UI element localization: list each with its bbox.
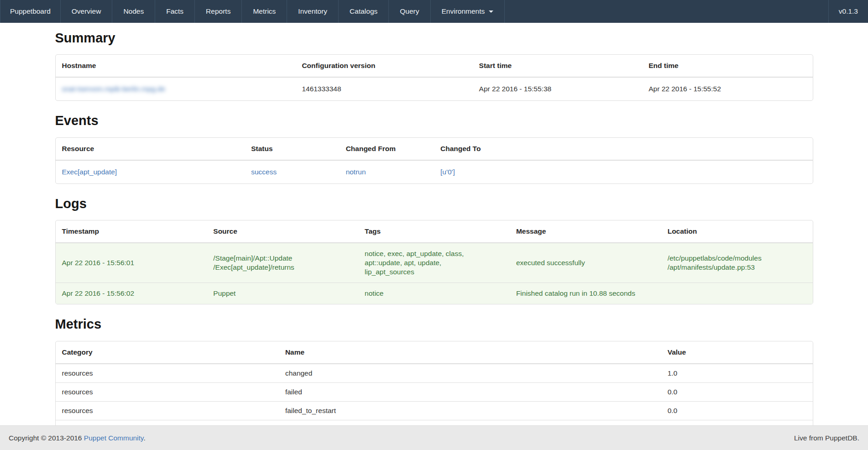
- events-table: Resource Status Changed From Changed To …: [56, 138, 813, 183]
- metric-value-cell: 0.0: [661, 382, 813, 401]
- metric-name-cell: failed_to_restart: [279, 401, 661, 420]
- summary-col-end-time: End time: [642, 55, 812, 77]
- summary-end-time-cell: Apr 22 2016 - 15:55:52: [642, 77, 812, 100]
- summary-header-row: Hostname Configuration version Start tim…: [56, 55, 813, 77]
- logs-col-location: Location: [661, 220, 813, 243]
- metric-row: resources failed_to_restart 0.0: [56, 401, 813, 420]
- summary-col-start-time: Start time: [473, 55, 643, 77]
- log-message-cell: executed successfully: [510, 243, 661, 283]
- events-heading: Events: [55, 114, 813, 127]
- metrics-col-category: Category: [56, 341, 279, 364]
- events-row: Exec[apt_update] success notrun [u'0']: [56, 160, 813, 183]
- event-changed-from-cell: notrun: [340, 160, 434, 183]
- event-changed-to-link[interactable]: [u'0']: [440, 168, 455, 176]
- summary-row: snat-tservom.mpib-berlin.mpg.de 14613333…: [56, 77, 813, 100]
- metrics-header-row: Category Name Value: [56, 341, 813, 364]
- metric-category-cell: resources: [56, 401, 279, 420]
- nav-item-inventory[interactable]: Inventory: [287, 0, 339, 23]
- main-content: Summary Hostname Configuration version S…: [55, 31, 813, 439]
- nav-item-facts[interactable]: Facts: [155, 0, 195, 23]
- navbar-brand-puppetboard[interactable]: Puppetboard: [0, 0, 61, 23]
- metrics-table: Category Name Value resources changed 1.…: [56, 341, 813, 439]
- summary-table: Hostname Configuration version Start tim…: [56, 55, 813, 100]
- puppet-community-link[interactable]: Puppet Community: [84, 434, 144, 442]
- log-tags-cell: notice: [358, 283, 510, 304]
- log-tags-line: notice, exec, apt_update, class,: [365, 249, 503, 258]
- footer-copyright-prefix: Copyright © 2013-2016: [9, 434, 84, 442]
- summary-configuration-version-cell: 1461333348: [295, 77, 472, 100]
- summary-start-time-cell: Apr 22 2016 - 15:55:38: [473, 77, 643, 100]
- log-source-line: /Stage[main]/Apt::Update: [213, 254, 352, 263]
- events-header-row: Resource Status Changed From Changed To: [56, 138, 813, 160]
- footer-copyright: Copyright © 2013-2016 Puppet Community.: [9, 434, 146, 442]
- chevron-down-icon: [489, 10, 493, 13]
- events-col-changed-from: Changed From: [340, 138, 434, 160]
- navbar-right: v0.1.3: [828, 0, 868, 23]
- event-changed-from-link[interactable]: notrun: [346, 168, 366, 176]
- event-status-cell: success: [245, 160, 339, 183]
- metric-category-cell: resources: [56, 382, 279, 401]
- log-row: Apr 22 2016 - 15:56:02 Puppet notice Fin…: [56, 283, 813, 304]
- metric-category-cell: resources: [56, 364, 279, 383]
- logs-col-source: Source: [207, 220, 358, 243]
- log-timestamp-cell: Apr 22 2016 - 15:56:02: [56, 283, 207, 304]
- metrics-heading: Metrics: [55, 317, 813, 331]
- nav-item-nodes[interactable]: Nodes: [112, 0, 155, 23]
- metric-row: resources changed 1.0: [56, 364, 813, 383]
- events-col-changed-to: Changed To: [434, 138, 813, 160]
- nav-item-metrics[interactable]: Metrics: [242, 0, 287, 23]
- events-col-status: Status: [245, 138, 339, 160]
- footer-live-from-puppetdb: Live from PuppetDB.: [794, 434, 859, 442]
- log-timestamp-cell: Apr 22 2016 - 15:56:01: [56, 243, 207, 283]
- log-tags-line: lip_apt_sources: [365, 267, 503, 277]
- nav-item-query[interactable]: Query: [389, 0, 430, 23]
- nav-item-overview[interactable]: Overview: [61, 0, 113, 23]
- metrics-table-panel: Category Name Value resources changed 1.…: [55, 341, 813, 439]
- metric-value-cell: 1.0: [661, 364, 813, 383]
- metrics-col-name: Name: [279, 341, 661, 364]
- navbar-links: Puppetboard Overview Nodes Facts Reports…: [0, 0, 505, 23]
- metric-name-cell: changed: [279, 364, 661, 383]
- page-footer: Copyright © 2013-2016 Puppet Community. …: [0, 425, 868, 450]
- log-source-cell: Puppet: [207, 283, 358, 304]
- metric-value-cell: 0.0: [661, 401, 813, 420]
- hostname-link-redacted[interactable]: snat-tservom.mpib-berlin.mpg.de: [62, 85, 166, 93]
- events-col-resource: Resource: [56, 138, 245, 160]
- log-location-cell: [661, 283, 813, 304]
- metrics-col-value: Value: [661, 341, 813, 364]
- logs-table: Timestamp Source Tags Message Location A…: [56, 220, 813, 304]
- logs-col-message: Message: [510, 220, 661, 243]
- log-source-cell: /Stage[main]/Apt::Update /Exec[apt_updat…: [207, 243, 358, 283]
- app-version-label: v0.1.3: [828, 0, 868, 23]
- event-resource-cell: Exec[apt_update]: [56, 160, 245, 183]
- logs-col-timestamp: Timestamp: [56, 220, 207, 243]
- logs-heading: Logs: [55, 197, 813, 210]
- log-row: Apr 22 2016 - 15:56:01 /Stage[main]/Apt:…: [56, 243, 813, 283]
- metric-row: resources failed 0.0: [56, 382, 813, 401]
- logs-col-tags: Tags: [358, 220, 510, 243]
- nav-dropdown-environments[interactable]: Environments: [431, 0, 505, 23]
- summary-col-hostname: Hostname: [56, 55, 296, 77]
- summary-col-configuration-version: Configuration version: [295, 55, 472, 77]
- event-status-link[interactable]: success: [251, 168, 277, 176]
- summary-table-panel: Hostname Configuration version Start tim…: [55, 54, 813, 101]
- top-navbar: Puppetboard Overview Nodes Facts Reports…: [0, 0, 868, 23]
- nav-item-catalogs[interactable]: Catalogs: [339, 0, 389, 23]
- summary-heading: Summary: [55, 31, 813, 45]
- logs-table-panel: Timestamp Source Tags Message Location A…: [55, 220, 813, 304]
- log-tags-cell: notice, exec, apt_update, class, apt::up…: [358, 243, 510, 283]
- summary-hostname-cell: snat-tservom.mpib-berlin.mpg.de: [56, 77, 296, 100]
- log-location-cell: /etc/puppetlabs/code/modules /apt/manife…: [661, 243, 813, 283]
- nav-item-reports[interactable]: Reports: [195, 0, 242, 23]
- footer-copyright-suffix: .: [143, 434, 145, 442]
- log-message-cell: Finished catalog run in 10.88 seconds: [510, 283, 661, 304]
- event-resource-link[interactable]: Exec[apt_update]: [62, 168, 117, 176]
- log-location-line: /etc/puppetlabs/code/modules: [668, 254, 806, 263]
- log-source-line: /Exec[apt_update]/returns: [213, 263, 352, 272]
- environments-dropdown-label: Environments: [442, 7, 485, 16]
- logs-header-row: Timestamp Source Tags Message Location: [56, 220, 813, 243]
- metric-name-cell: failed: [279, 382, 661, 401]
- log-location-line: /apt/manifests/update.pp:53: [668, 263, 806, 272]
- event-changed-to-cell: [u'0']: [434, 160, 813, 183]
- log-tags-line: apt::update, apt, update,: [365, 258, 503, 267]
